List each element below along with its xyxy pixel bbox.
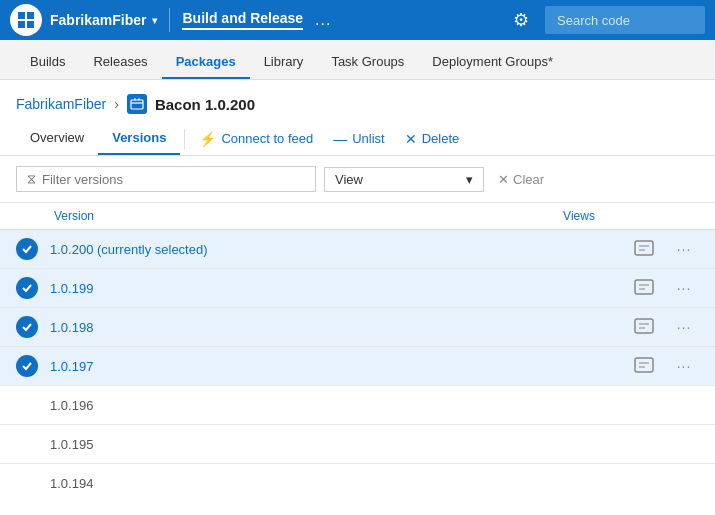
versions-table: Version Views 1.0.200 (currently selecte…	[0, 203, 715, 496]
top-bar: FabrikamFiber ▾ Build and Release ... ⚙	[0, 0, 715, 40]
more-options-icon[interactable]: ...	[315, 11, 331, 29]
check-icon	[16, 238, 38, 260]
breadcrumb-current: Bacon 1.0.200	[155, 96, 255, 113]
breadcrumb-root[interactable]: FabrikamFiber	[16, 96, 106, 112]
org-selector[interactable]: FabrikamFiber ▾	[50, 12, 157, 28]
version-icon	[619, 279, 669, 298]
delete-label: Delete	[422, 131, 460, 146]
empty-check	[16, 394, 38, 416]
clear-button[interactable]: ✕ Clear	[492, 168, 550, 191]
table-row[interactable]: 1.0.197 ···	[0, 347, 715, 386]
tab-overview[interactable]: Overview	[16, 122, 98, 155]
table-header: Version Views	[0, 203, 715, 230]
version-link[interactable]: 1.0.200 (currently selected)	[50, 242, 619, 257]
section-label: Build and Release	[182, 10, 303, 30]
filter-input-wrap[interactable]: ⧖	[16, 166, 316, 192]
connect-icon: ⚡	[199, 131, 216, 147]
view-dropdown[interactable]: View ▾	[324, 167, 484, 192]
chevron-down-icon: ▾	[466, 172, 473, 187]
filter-icon: ⧖	[27, 171, 36, 187]
version-icon	[619, 318, 669, 337]
connect-to-feed-label: Connect to feed	[221, 131, 313, 146]
org-label: FabrikamFiber	[50, 12, 146, 28]
table-row[interactable]: 1.0.194	[0, 464, 715, 496]
svg-rect-3	[27, 21, 34, 28]
subnav-deployment-groups[interactable]: Deployment Groups*	[418, 46, 567, 79]
check-icon	[16, 277, 38, 299]
tabs-divider	[184, 129, 185, 149]
check-icon	[16, 355, 38, 377]
table-row[interactable]: 1.0.198 ···	[0, 308, 715, 347]
tab-versions[interactable]: Versions	[98, 122, 180, 155]
subnav-packages[interactable]: Packages	[162, 46, 250, 79]
sub-nav: Builds Releases Packages Library Task Gr…	[0, 40, 715, 80]
check-icon	[16, 316, 38, 338]
package-icon	[127, 94, 147, 114]
empty-check	[16, 472, 38, 494]
search-input[interactable]	[545, 6, 705, 34]
version-text: 1.0.196	[50, 398, 619, 413]
svg-rect-0	[18, 12, 25, 19]
svg-rect-4	[131, 100, 143, 109]
subnav-task-groups[interactable]: Task Groups	[317, 46, 418, 79]
delete-button[interactable]: ✕ Delete	[395, 125, 470, 153]
svg-rect-7	[635, 319, 653, 333]
table-row[interactable]: 1.0.200 (currently selected) ···	[0, 230, 715, 269]
divider	[169, 8, 170, 32]
svg-rect-1	[27, 12, 34, 19]
svg-rect-2	[18, 21, 25, 28]
svg-rect-6	[635, 280, 653, 294]
breadcrumb-separator: ›	[114, 96, 119, 112]
clear-x-icon: ✕	[498, 172, 509, 187]
version-text: 1.0.194	[50, 476, 619, 491]
col-views-header: Views	[539, 209, 619, 223]
more-icon[interactable]: ···	[669, 319, 699, 335]
version-link[interactable]: 1.0.198	[50, 320, 619, 335]
tabs-row: Overview Versions ⚡ Connect to feed — Un…	[0, 122, 715, 156]
unlist-label: Unlist	[352, 131, 385, 146]
version-icon	[619, 240, 669, 259]
clear-label: Clear	[513, 172, 544, 187]
unlist-icon: —	[333, 131, 347, 147]
delete-icon: ✕	[405, 131, 417, 147]
subnav-library[interactable]: Library	[250, 46, 318, 79]
more-icon[interactable]: ···	[669, 358, 699, 374]
svg-rect-8	[635, 358, 653, 372]
connect-to-feed-button[interactable]: ⚡ Connect to feed	[189, 125, 323, 153]
table-row[interactable]: 1.0.196	[0, 386, 715, 425]
filter-input[interactable]	[42, 172, 305, 187]
version-icon	[619, 357, 669, 376]
table-row[interactable]: 1.0.195	[0, 425, 715, 464]
col-version-header: Version	[54, 209, 539, 223]
view-label: View	[335, 172, 363, 187]
version-text: 1.0.195	[50, 437, 619, 452]
table-row[interactable]: 1.0.199 ···	[0, 269, 715, 308]
empty-check	[16, 433, 38, 455]
chevron-down-icon: ▾	[152, 15, 157, 26]
logo[interactable]	[10, 4, 42, 36]
version-link[interactable]: 1.0.199	[50, 281, 619, 296]
more-icon[interactable]: ···	[669, 280, 699, 296]
settings-icon[interactable]: ⚙	[513, 9, 529, 31]
subnav-builds[interactable]: Builds	[16, 46, 79, 79]
unlist-button[interactable]: — Unlist	[323, 125, 395, 153]
filter-row: ⧖ View ▾ ✕ Clear	[0, 156, 715, 203]
svg-rect-5	[635, 241, 653, 255]
subnav-releases[interactable]: Releases	[79, 46, 161, 79]
breadcrumb: FabrikamFiber › Bacon 1.0.200	[0, 80, 715, 122]
version-link[interactable]: 1.0.197	[50, 359, 619, 374]
more-icon[interactable]: ···	[669, 241, 699, 257]
